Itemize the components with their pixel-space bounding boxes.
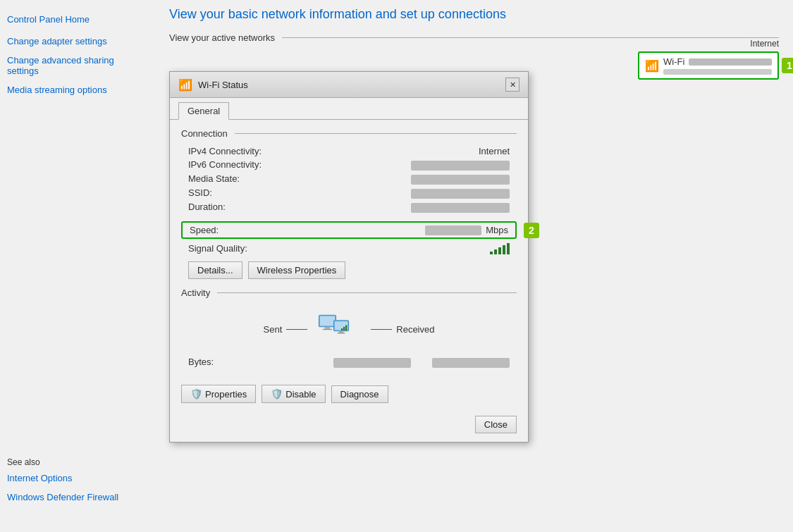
badge-2: 2 [524,223,539,238]
speed-label: Speed: [190,225,219,235]
badge-1: 1 [782,58,793,73]
ipv4-label: IPv4 Connectivity: [188,146,262,156]
internet-box: Internet 📶 Wi-Fi 1 [638,39,779,80]
sidebar-item-internet-options[interactable]: Internet Options [7,473,148,483]
signal-bar-5 [507,243,510,254]
speed-value-area: Mbps [425,225,508,235]
disable-button[interactable]: 🛡️ Disable [262,385,325,403]
ssid-label: SSID: [188,187,212,199]
svg-rect-9 [343,327,345,330]
close-button[interactable]: Close [475,416,517,433]
signal-bars-icon [490,243,510,254]
network-computers-icon [318,311,360,348]
wifi-title-icon: 📶 [178,78,192,92]
disable-label: Disable [285,389,316,400]
wifi-sub-blurred [663,69,772,75]
sidebar-item-windows-defender[interactable]: Windows Defender Firewall [7,492,148,502]
dialog-tabs: General [170,98,528,119]
ipv4-row: IPv4 Connectivity: Internet [181,144,517,158]
signal-bar-4 [503,245,505,254]
wifi-signal-icon: 📶 [645,59,659,73]
details-button[interactable]: Details... [188,261,242,279]
svg-rect-6 [339,331,343,333]
speed-unit: Mbps [486,225,508,235]
activity-visual: Sent [181,304,517,355]
bytes-row: Bytes: [181,355,517,369]
duration-value-blurred [411,203,510,213]
signal-bar-3 [498,247,501,254]
bytes-received-value [432,358,510,368]
sidebar-item-change-advanced-sharing[interactable]: Change advanced sharing settings [7,55,148,76]
tab-general[interactable]: General [178,102,229,120]
ipv4-value: Internet [479,146,510,156]
properties-label: Properties [205,389,247,400]
sidebar-top: Control Panel Home Change adapter settin… [7,14,148,104]
received-text: Received [396,324,434,335]
close-button-area: Close [170,410,528,442]
signal-quality-row: Signal Quality: [181,242,517,256]
dialog-body: Connection IPv4 Connectivity: Internet I… [170,119,528,378]
sent-line [286,329,307,330]
connection-info-table: IPv4 Connectivity: Internet IPv6 Connect… [181,144,517,214]
properties-shield-icon: 🛡️ [190,388,202,400]
speed-row: Speed: Mbps [181,221,517,239]
wifi-name-blurred [689,58,772,66]
media-state-label: Media State: [188,173,240,185]
received-line [371,329,392,330]
received-label: Received [371,324,434,335]
internet-label: Internet [638,39,779,49]
svg-rect-2 [325,327,331,329]
wifi-network-box[interactable]: 📶 Wi-Fi 1 [638,51,779,80]
activity-section: Activity Sent [181,287,517,369]
media-state-value-blurred [411,175,510,185]
page-title: View your basic network information and … [169,7,779,22]
connection-buttons-row: Details... Wireless Properties [181,256,517,285]
wifi-status-dialog: 📶 Wi-Fi Status ✕ General Connection IPv4… [169,71,529,443]
svg-rect-1 [320,316,335,326]
media-state-row: Media State: [181,172,517,186]
svg-rect-7 [338,333,345,334]
sidebar: Control Panel Home Change adapter settin… [0,0,155,532]
signal-bar-2 [494,249,497,254]
svg-rect-8 [341,328,343,330]
dialog-titlebar: 📶 Wi-Fi Status ✕ [170,72,528,98]
svg-rect-3 [323,329,333,330]
sidebar-item-control-panel-home[interactable]: Control Panel Home [7,14,148,25]
dialog-area: 📶 Wi-Fi Status ✕ General Connection IPv4… [169,71,779,443]
wifi-name-label: Wi-Fi [663,56,684,67]
speed-value-blurred [425,225,481,235]
bytes-label: Bytes: [188,357,214,368]
ipv6-row: IPv6 Connectivity: [181,158,517,172]
signal-bar-1 [490,252,493,254]
bytes-sent-value [333,358,411,368]
duration-label: Duration: [188,202,226,213]
svg-rect-10 [345,326,347,331]
sent-label: Sent [264,324,308,335]
sidebar-bottom: See also Internet Options Windows Defend… [7,443,148,518]
duration-row: Duration: [181,200,517,214]
ssid-value-blurred [411,189,510,199]
connection-section-header: Connection [181,128,517,139]
dialog-title-left: 📶 Wi-Fi Status [178,78,248,92]
see-also-label: See also [7,457,148,467]
main-content: View your basic network information and … [155,0,793,532]
sidebar-item-media-streaming[interactable]: Media streaming options [7,85,148,95]
ssid-row: SSID: [181,186,517,200]
wireless-properties-button[interactable]: Wireless Properties [248,261,346,279]
activity-section-header: Activity [181,287,517,298]
properties-button[interactable]: 🛡️ Properties [181,385,256,403]
dialog-footer: 🛡️ Properties 🛡️ Disable Diagnose [170,378,528,410]
signal-quality-label: Signal Quality: [188,243,247,254]
dialog-title-text: Wi-Fi Status [198,80,248,90]
disable-shield-icon: 🛡️ [271,388,283,400]
ipv6-value-blurred [411,161,510,171]
sidebar-item-change-adapter[interactable]: Change adapter settings [7,36,148,47]
sent-text: Sent [264,324,283,335]
dialog-close-button[interactable]: ✕ [505,78,520,92]
diagnose-button[interactable]: Diagnose [331,385,388,403]
ipv6-label: IPv6 Connectivity: [188,159,262,171]
